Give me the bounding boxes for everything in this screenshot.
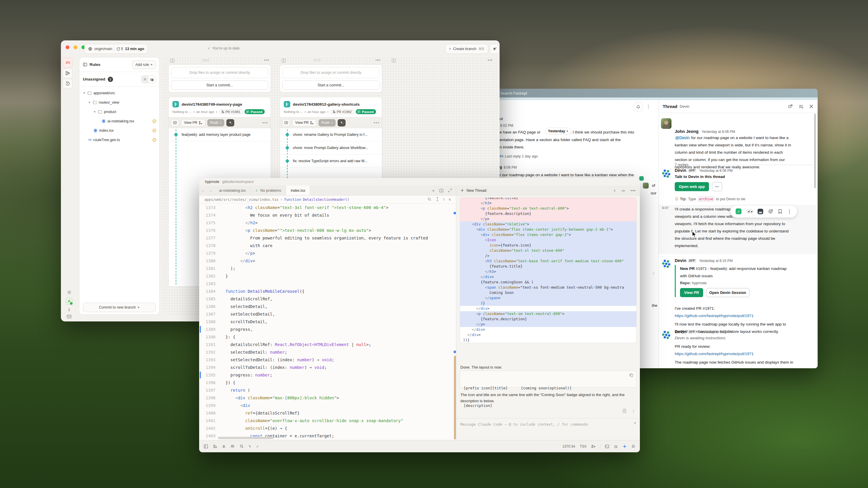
code-line[interactable]: 1398 <div className="max-[800px]:block h… — [199, 394, 456, 402]
author-name[interactable]: John Jeong — [675, 129, 699, 134]
collapse-lane-icon[interactable]: ◫ — [170, 57, 175, 63]
ci-passed-badge[interactable]: ✓Passed — [356, 109, 376, 114]
code-line[interactable]: 1401 className="overflow-x-auto scrollba… — [199, 417, 456, 424]
pr-link[interactable]: https://github.com/fastrepl/hyprnote/pul… — [675, 350, 813, 357]
code-line[interactable]: 1399 <div — [199, 402, 456, 409]
code-line[interactable]: 1402 onScroll={(e) ⇒ { — [199, 424, 456, 432]
code-line[interactable]: 1388 scrollToDetail, — [199, 318, 456, 326]
project-panel-icon[interactable] — [204, 444, 208, 449]
user-avatar-online[interactable] — [66, 298, 73, 305]
view-pr-button[interactable]: View PR — [292, 119, 316, 127]
tree-folder-apps-web-src[interactable]: ▼ apps/web/src — [80, 89, 159, 98]
terminal-icon[interactable] — [605, 444, 609, 449]
breadcrumb[interactable]: apps/web/src/routes/_view/index.tsx› fun… — [199, 196, 456, 204]
thread-history-icon[interactable]: ≔ — [621, 188, 625, 193]
technologist-reaction-icon[interactable] — [757, 209, 763, 214]
code-line[interactable]: 1392 selectedDetail: number; — [199, 348, 456, 356]
notifications-icon[interactable] — [631, 444, 635, 449]
tab-index-tsx[interactable]: index.tsx — [286, 186, 310, 195]
thread-replies-link[interactable]: es — [500, 154, 503, 158]
ai-branch-button[interactable] — [226, 119, 234, 127]
code-line[interactable]: 1377 From powerful editing to seamless o… — [199, 234, 456, 242]
check-reaction-icon[interactable]: ✓ — [736, 208, 742, 214]
drop-files-zone[interactable]: Drop files to assign or commit directly — [282, 67, 379, 78]
avatar-devin[interactable] — [661, 329, 672, 339]
branch-menu-icon[interactable]: ••• — [374, 121, 379, 125]
code-line[interactable]: 1379 </p> — [199, 250, 456, 257]
commit-row[interactable]: chore: move Prompt Gallery above Workflo… — [280, 141, 382, 155]
debug-icon[interactable] — [614, 444, 618, 449]
search-panel-icon[interactable] — [240, 444, 244, 448]
ai-actions-button[interactable] — [490, 44, 500, 54]
review-button[interactable] — [171, 119, 179, 127]
branch-menu-icon[interactable]: ••• — [262, 121, 268, 125]
settings-gear-icon[interactable] — [67, 290, 72, 295]
code-line[interactable]: 1385 detailsScrollRef, — [199, 295, 456, 303]
editor-scrollbar-thumb[interactable] — [454, 356, 456, 440]
start-commit-button[interactable]: Start a commit... — [171, 80, 268, 90]
copy-icon[interactable] — [629, 373, 633, 377]
list-view-button[interactable]: ≡ — [142, 76, 149, 83]
open-web-app-button[interactable]: Open web app — [675, 182, 709, 191]
ai-assistant-icon[interactable] — [623, 444, 627, 449]
feedback-mail-icon[interactable] — [67, 315, 71, 319]
code-line[interactable]: 1384function DetailsMobileCarousel({ — [199, 288, 456, 295]
editor-title-bar[interactable]: hyprnote gitbutler/workspace — [199, 178, 640, 186]
branches-rail-button[interactable] — [63, 68, 73, 78]
date-divider-pill[interactable]: Yesterday▾ — [545, 128, 571, 135]
lane-drag-handle[interactable] — [202, 59, 210, 62]
open-devin-session-button[interactable]: Open Devin Session — [706, 288, 749, 297]
author-name[interactable]: Devin — [675, 329, 686, 334]
code-line[interactable]: 1381 ); — [199, 265, 456, 272]
close-icon[interactable] — [809, 104, 813, 108]
mention-devin[interactable]: @Devin — [675, 135, 690, 140]
review-button[interactable] — [282, 119, 290, 127]
lane-menu-icon[interactable]: ••• — [264, 58, 269, 62]
ci-passed-badge[interactable]: ✓Passed — [245, 109, 265, 114]
code-line[interactable]: 1373 <h2 className="text-3xl font-serif … — [199, 204, 456, 212]
outline-panel-icon[interactable]: ≣ — [222, 444, 225, 449]
commit-row[interactable]: chore: rename Gallery to Prompt Gallery … — [280, 128, 382, 141]
code-line[interactable]: 1393 setSelectedDetail: (index: number) … — [199, 356, 456, 364]
pr-number-pill[interactable]: PR #1981 — [219, 109, 243, 114]
split-pane-icon[interactable] — [439, 189, 443, 193]
code-editor[interactable]: 1373 <h2 className="text-3xl font-serif … — [199, 204, 456, 440]
code-line[interactable]: 1380 </div> — [199, 257, 456, 265]
more-actions-icon[interactable]: ⋮ — [787, 209, 792, 214]
view-pr-button[interactable]: View PR — [680, 288, 703, 297]
horizontal-scrollbar[interactable] — [218, 437, 274, 439]
tree-folder-product[interactable]: ▼ product — [80, 107, 159, 117]
selection-icon[interactable] — [435, 197, 439, 201]
code-line[interactable]: 1386 selectedDetail, — [199, 303, 456, 310]
git-panel-icon[interactable] — [213, 444, 217, 448]
avatar-devin[interactable] — [661, 258, 672, 268]
collapse-rail-chevrons[interactable]: ▲▼ — [68, 308, 70, 312]
nav-forward-icon[interactable]: → — [207, 186, 214, 195]
tab-diagnostics[interactable]: ✓No problems — [251, 186, 286, 195]
pr-link[interactable]: https://github.com/fastrepl/hyprnote/pul… — [675, 312, 813, 319]
history-rail-button[interactable] — [63, 79, 73, 89]
create-branch-button[interactable]: +Create branch⌘B — [445, 44, 488, 54]
thread-scrollbar[interactable] — [814, 113, 816, 188]
expand-composer-icon[interactable] — [632, 422, 636, 426]
search-icon[interactable] — [428, 197, 431, 201]
code-line[interactable]: 1395 progress: number; — [199, 371, 456, 379]
markdown-copy-icon[interactable] — [623, 409, 627, 413]
zoom-pane-icon[interactable] — [448, 189, 452, 192]
push-button[interactable]: Push↑ — [207, 119, 224, 127]
rules-rail-button[interactable] — [63, 58, 73, 68]
code-line[interactable]: 1389 progress, — [199, 326, 456, 333]
branch-name[interactable]: devin/1764380749-memory-page — [182, 102, 242, 106]
diff-card[interactable]: {feature.title} </h3> <p className="text… — [460, 197, 637, 343]
view-pr-button[interactable]: View PR — [181, 119, 205, 127]
avatar-devin[interactable] — [661, 168, 672, 178]
inlay-toggle-icon[interactable]: I — [443, 197, 444, 202]
pr-number-pill[interactable]: PR #1982 — [330, 109, 354, 114]
code-line[interactable]: 1376 <p className="">text-neutral-600 ma… — [199, 227, 456, 234]
more-options-button[interactable]: ⋯ — [712, 182, 722, 191]
tree-view-button[interactable] — [149, 76, 155, 83]
notifications-bell-button[interactable] — [634, 102, 643, 111]
slack-search-bar[interactable]: Search Fastrepl — [496, 89, 818, 97]
composer-input[interactable]: Message Claude Code — @ to include conte… — [460, 422, 588, 426]
push-button[interactable]: Push↑ — [319, 119, 336, 127]
